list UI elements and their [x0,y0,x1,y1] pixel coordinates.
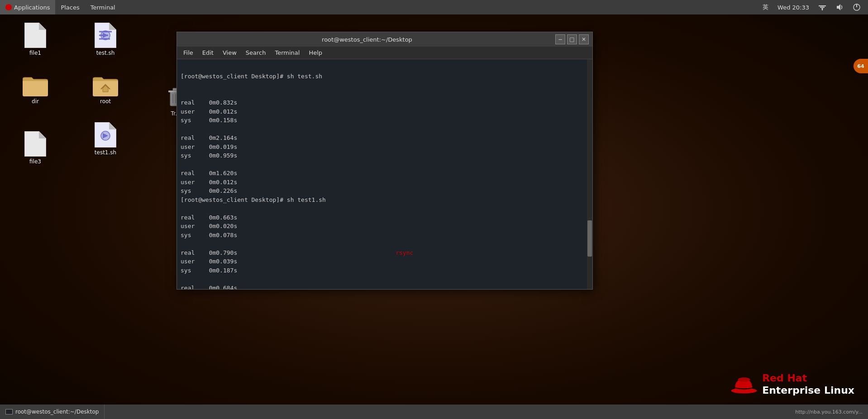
menu-search-label: Search [246,49,266,56]
redhat-hat-icon [730,373,758,396]
menu-file[interactable]: File [179,47,198,59]
menu-edit-label: Edit [202,49,214,56]
svg-point-24 [738,377,750,381]
timing-user-2: user 0m0.019s [181,143,237,150]
maximize-button[interactable]: □ [567,34,577,44]
svg-marker-7 [24,23,46,48]
svg-marker-12 [24,131,46,157]
top-panel: Applications Places Terminal 英 Wed 20:33 [0,0,868,14]
taskbar-right-text: http://nba.you.163.com/y... [795,409,863,415]
svg-marker-15 [109,122,116,129]
desktop-icon-label-test1sh: test1.sh [95,149,116,156]
terminal-content[interactable]: [root@westos_client Desktop]# sh test.sh… [177,59,587,289]
places-label: Places [61,4,79,11]
terminal-label: Terminal [91,4,115,11]
menu-help-label: Help [309,49,322,56]
desktop-icon-root[interactable]: root [87,75,124,105]
lang-indicator[interactable]: 英 [759,0,772,14]
terminal-titlebar: root@westos_client:~/Desktop − □ ✕ [177,32,592,47]
scrollbar-thumb[interactable] [587,220,592,257]
rsync-annotation: rsync [396,249,413,256]
menu-terminal-label: Terminal [275,49,300,56]
timing-real-3: real 0m1.620s [181,170,237,176]
desktop-icon-label-file1: file1 [29,50,41,56]
redhat-logo: Red Hat Enterprise Linux [730,372,854,396]
svg-marker-4 [837,4,840,10]
desktop-icon-test1sh[interactable]: test1.sh [87,122,124,156]
menu-view-label: View [223,49,237,56]
network-icon[interactable] [815,0,830,14]
minimize-button[interactable]: − [555,34,565,44]
menu-edit[interactable]: Edit [198,47,218,59]
timing-sys-1: sys 0m0.158s [181,117,237,124]
svg-rect-1 [820,7,825,8]
timing-user-3: user 0m0.012s [181,179,237,186]
desktop-icon-file3[interactable]: file3 [17,131,53,165]
lang-label: 英 [763,3,768,11]
terminal-window: root@westos_client:~/Desktop − □ ✕ File … [176,32,593,290]
desktop-icon-file1[interactable]: file1 [17,23,53,56]
terminal-body[interactable]: [root@westos_client Desktop]# sh test.sh… [177,59,592,289]
menu-search[interactable]: Search [241,47,271,59]
notif-value: 64 [857,63,864,69]
desktop-icon-label-root: root [100,98,111,105]
taskbar: root@westos_client:~/Desktop http://nba.… [0,405,868,419]
desktop-icon-testsh[interactable]: test.sh [87,23,124,56]
desktop-icon-label-file3: file3 [29,158,41,165]
prompt-2: [root@westos_client Desktop]# sh test1.s… [181,196,326,203]
timing-user-5: user 0m0.039s [181,258,237,265]
timing-sys-2: sys 0m0.959s [181,152,237,159]
clock[interactable]: Wed 20:33 [774,0,813,14]
timing-user-1: user 0m0.012s [181,108,237,115]
places-menu[interactable]: Places [55,0,85,14]
menu-view[interactable]: View [218,47,241,59]
menu-help[interactable]: Help [304,47,327,59]
timing-sys-5: sys 0m0.187s [181,267,237,274]
close-button[interactable]: ✕ [579,34,589,44]
notification-circle[interactable]: 64 [854,59,868,73]
timing-real-2: real 0m2.164s [181,134,237,141]
timing-user-4: user 0m0.020s [181,223,237,229]
timing-real-5: real 0m0.790s [181,249,237,256]
applications-menu[interactable]: Applications [0,0,55,14]
timing-real-6: real 0m0.684s [181,285,237,290]
timing-real-4: real 0m0.663s [181,214,237,221]
terminal-title: root@westos_client:~/Desktop [181,36,553,43]
svg-rect-0 [819,5,826,6]
power-icon[interactable] [849,0,864,14]
desktop-icon-dir[interactable]: dir [17,75,53,105]
redhat-line1: Red Hat [762,372,854,384]
volume-icon[interactable] [832,0,847,14]
applications-label: Applications [14,4,50,11]
redhat-text: Red Hat Enterprise Linux [762,372,854,396]
prompt-1: [root@westos_client Desktop]# sh test.sh [181,73,322,80]
terminal-scrollbar[interactable] [587,59,592,289]
menu-terminal[interactable]: Terminal [270,47,304,59]
timing-real-1: real 0m0.832s [181,99,237,106]
taskbar-terminal-label: root@westos_client:~/Desktop [15,409,99,415]
svg-rect-3 [822,9,823,10]
timing-sys-4: sys 0m0.078s [181,232,237,238]
svg-marker-8 [39,23,46,30]
terminal-menubar: File Edit View Search Terminal Help [177,47,592,59]
svg-rect-2 [821,8,823,9]
menu-file-label: File [183,49,193,56]
desktop-icon-label-dir: dir [32,98,39,105]
time-label: Wed 20:33 [777,4,809,11]
panel-right: 英 Wed 20:33 [759,0,868,14]
desktop-icon-label-testsh: test.sh [96,50,115,56]
taskbar-terminal-item[interactable]: root@westos_client:~/Desktop [0,405,105,419]
terminal-menu[interactable]: Terminal [85,0,121,14]
redhat-logo-dot [5,4,12,10]
taskbar-terminal-icon [5,409,13,414]
timing-sys-3: sys 0m0.226s [181,187,237,194]
taskbar-right: http://nba.you.163.com/y... [795,409,868,415]
redhat-line2: Enterprise Linux [762,385,854,396]
